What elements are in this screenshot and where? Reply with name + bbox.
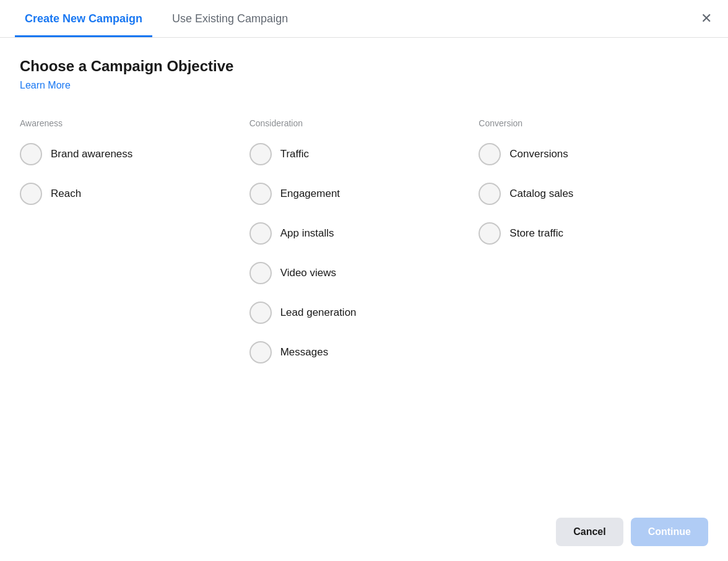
option-video-views[interactable]: Video views <box>249 262 469 284</box>
label-app-installs: App installs <box>280 227 334 240</box>
tabs-bar: Create New Campaign Use Existing Campaig… <box>0 0 728 38</box>
label-reach: Reach <box>51 188 81 200</box>
modal-body: Choose a Campaign Objective Learn More A… <box>0 38 728 503</box>
label-video-views: Video views <box>280 267 336 279</box>
radio-lead-generation[interactable] <box>249 302 272 324</box>
option-catalog-sales[interactable]: Catalog sales <box>479 183 698 205</box>
label-store-traffic: Store traffic <box>509 227 563 240</box>
column-title-consideration: Consideration <box>249 118 469 128</box>
radio-brand-awareness[interactable] <box>20 143 42 165</box>
column-consideration: Consideration Traffic Engagement App ins… <box>249 118 479 381</box>
close-button[interactable]: ✕ <box>697 7 716 30</box>
radio-messages[interactable] <box>249 341 272 363</box>
modal-container: Create New Campaign Use Existing Campaig… <box>0 0 728 561</box>
page-title: Choose a Campaign Objective <box>20 58 708 75</box>
radio-traffic[interactable] <box>249 143 272 165</box>
label-messages: Messages <box>280 346 328 359</box>
option-brand-awareness[interactable]: Brand awareness <box>20 143 240 165</box>
option-reach[interactable]: Reach <box>20 183 240 205</box>
label-conversions: Conversions <box>509 148 568 160</box>
label-traffic: Traffic <box>280 148 309 160</box>
column-awareness: Awareness Brand awareness Reach <box>20 118 249 381</box>
radio-video-views[interactable] <box>249 262 272 284</box>
option-app-installs[interactable]: App installs <box>249 222 469 245</box>
learn-more-link[interactable]: Learn More <box>20 80 71 91</box>
radio-app-installs[interactable] <box>249 222 272 245</box>
objectives-grid: Awareness Brand awareness Reach Consider… <box>20 118 708 381</box>
continue-button[interactable]: Continue <box>631 518 708 546</box>
radio-catalog-sales[interactable] <box>479 183 501 205</box>
cancel-button[interactable]: Cancel <box>556 518 623 546</box>
option-engagement[interactable]: Engagement <box>249 183 469 205</box>
label-lead-generation: Lead generation <box>280 307 357 319</box>
column-conversion: Conversion Conversions Catalog sales Sto… <box>479 118 708 381</box>
column-title-conversion: Conversion <box>479 118 698 128</box>
radio-store-traffic[interactable] <box>479 222 501 245</box>
option-traffic[interactable]: Traffic <box>249 143 469 165</box>
option-conversions[interactable]: Conversions <box>479 143 698 165</box>
tab-create-new-campaign[interactable]: Create New Campaign <box>15 0 152 37</box>
option-lead-generation[interactable]: Lead generation <box>249 302 469 324</box>
tab-use-existing-campaign[interactable]: Use Existing Campaign <box>162 0 298 37</box>
radio-reach[interactable] <box>20 183 42 205</box>
radio-conversions[interactable] <box>479 143 501 165</box>
label-engagement: Engagement <box>280 188 340 200</box>
label-brand-awareness: Brand awareness <box>51 148 132 160</box>
footer: Cancel Continue <box>0 503 728 561</box>
column-title-awareness: Awareness <box>20 118 240 128</box>
radio-engagement[interactable] <box>249 183 272 205</box>
option-messages[interactable]: Messages <box>249 341 469 363</box>
label-catalog-sales: Catalog sales <box>509 188 573 200</box>
option-store-traffic[interactable]: Store traffic <box>479 222 698 245</box>
